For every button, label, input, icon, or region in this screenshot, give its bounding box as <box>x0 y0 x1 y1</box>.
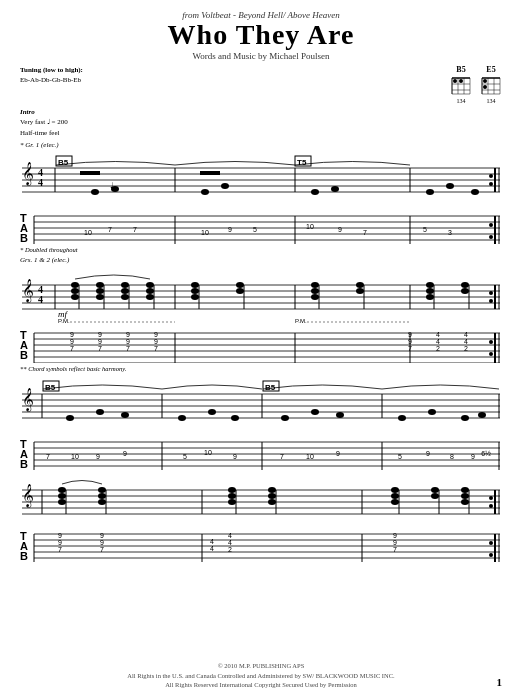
svg-text:7: 7 <box>363 229 367 236</box>
svg-text:5: 5 <box>423 226 427 233</box>
svg-point-255 <box>228 493 236 499</box>
svg-text:9: 9 <box>336 450 340 457</box>
svg-text:B: B <box>20 349 28 361</box>
svg-text:9: 9 <box>98 331 102 338</box>
svg-point-256 <box>228 499 236 505</box>
svg-point-122 <box>311 282 319 288</box>
section-gtr-label-1: * Gr. 1 (elec.) <box>20 141 502 149</box>
svg-text:9: 9 <box>471 453 475 460</box>
tempo-intro-label: Intro <box>20 108 35 116</box>
svg-text:7: 7 <box>408 345 412 352</box>
svg-text:T5: T5 <box>297 158 307 167</box>
svg-text:4: 4 <box>436 338 440 345</box>
header: from Voltbeat - Beyond Hell/ Above Heave… <box>20 10 502 61</box>
svg-point-264 <box>391 499 399 505</box>
svg-text:9: 9 <box>233 453 237 460</box>
svg-text:9: 9 <box>154 331 158 338</box>
svg-point-124 <box>311 294 319 300</box>
svg-text:9: 9 <box>70 338 74 345</box>
svg-point-269 <box>461 487 469 493</box>
page: from Voltbeat - Beyond Hell/ Above Heave… <box>0 0 522 696</box>
svg-text:9: 9 <box>58 532 62 539</box>
svg-point-259 <box>268 493 276 499</box>
copyright-line: © 2010 M.P. PUBLISHING APS <box>20 661 502 671</box>
svg-point-123 <box>311 288 319 294</box>
svg-text:9: 9 <box>408 331 412 338</box>
svg-point-203 <box>478 412 486 418</box>
svg-point-202 <box>461 415 469 421</box>
svg-text:B: B <box>20 232 28 244</box>
svg-text:10: 10 <box>71 453 79 460</box>
svg-text:7: 7 <box>133 226 137 233</box>
svg-point-248 <box>58 499 66 505</box>
svg-point-49 <box>426 189 434 195</box>
section-gtr-label-2: Grs. 1 & 2 (elec.) <box>20 256 502 264</box>
svg-point-44 <box>111 186 119 192</box>
svg-text:B5: B5 <box>58 158 69 167</box>
svg-point-267 <box>431 493 439 499</box>
svg-text:5: 5 <box>183 453 187 460</box>
svg-point-194 <box>178 415 186 421</box>
svg-text:5: 5 <box>398 453 402 460</box>
svg-point-200 <box>398 415 406 421</box>
svg-point-105 <box>121 288 129 294</box>
svg-text:P.M.: P.M. <box>58 318 70 324</box>
svg-point-97 <box>71 288 79 294</box>
svg-text:4: 4 <box>228 539 232 546</box>
svg-point-102 <box>96 294 104 300</box>
tuning-value: Eb-Ab-Db-Gb-Bb-Eb <box>20 75 83 86</box>
svg-point-106 <box>121 294 129 300</box>
svg-point-104 <box>121 282 129 288</box>
svg-text:7: 7 <box>98 345 102 352</box>
footer: © 2010 M.P. PUBLISHING APS All Rights in… <box>20 661 502 690</box>
svg-text:2: 2 <box>436 345 440 352</box>
chord-diagrams: B5 134 E5 <box>450 65 502 104</box>
svg-point-19 <box>483 85 487 89</box>
svg-point-266 <box>431 487 439 493</box>
continuation-staff-1: 𝄞 B5 B5 <box>20 376 502 434</box>
svg-point-195 <box>208 409 216 415</box>
svg-point-250 <box>98 487 106 493</box>
svg-point-34 <box>489 174 493 178</box>
svg-point-127 <box>356 288 364 294</box>
svg-text:10: 10 <box>84 229 92 236</box>
svg-point-67 <box>489 223 493 227</box>
svg-text:7: 7 <box>46 453 50 460</box>
svg-text:10: 10 <box>306 453 314 460</box>
tempo-style: Very fast ♩ = 200 <box>20 118 68 126</box>
svg-text:9: 9 <box>98 338 102 345</box>
svg-point-43 <box>91 189 99 195</box>
svg-point-108 <box>146 282 154 288</box>
staff4-tab: T A B 9 9 7 9 9 7 4 4 2 9 <box>20 526 502 562</box>
intro-tab-1: T A B 10 7 7 10 9 5 10 <box>20 208 502 244</box>
svg-text:9: 9 <box>100 532 104 539</box>
svg-text:4: 4 <box>210 538 214 545</box>
tempo-feel: Half-time feel <box>20 129 59 137</box>
continuation-section: 𝄞 B5 B5 <box>20 376 502 470</box>
svg-text:10: 10 <box>306 223 314 230</box>
svg-point-134 <box>461 288 469 294</box>
svg-point-48 <box>331 186 339 192</box>
svg-point-110 <box>146 294 154 300</box>
rights-line-2: All Rights Reserved International Copyri… <box>20 680 502 690</box>
svg-point-198 <box>311 409 319 415</box>
svg-text:9: 9 <box>123 450 127 457</box>
svg-point-271 <box>461 499 469 505</box>
svg-text:9: 9 <box>126 338 130 345</box>
svg-text:7: 7 <box>126 345 130 352</box>
svg-point-287 <box>489 541 493 545</box>
svg-point-68 <box>489 235 493 239</box>
continuation-tab-1: T A B 7 10 9 9 5 10 9 7 10 9 5 9 <box>20 434 502 470</box>
svg-point-245 <box>489 504 493 508</box>
svg-text:7: 7 <box>280 453 284 460</box>
svg-point-260 <box>268 499 276 505</box>
staff4-section: 𝄞 <box>20 474 502 562</box>
svg-text:4: 4 <box>210 545 214 552</box>
svg-point-192 <box>96 409 104 415</box>
svg-point-263 <box>391 493 399 499</box>
svg-point-112 <box>191 282 199 288</box>
svg-point-116 <box>236 282 244 288</box>
intro-staff-notation: 𝄞 4 4 B5 T5 <box>20 150 502 208</box>
svg-point-101 <box>96 288 104 294</box>
tuning-label: Tuning (low to high): <box>20 65 83 76</box>
